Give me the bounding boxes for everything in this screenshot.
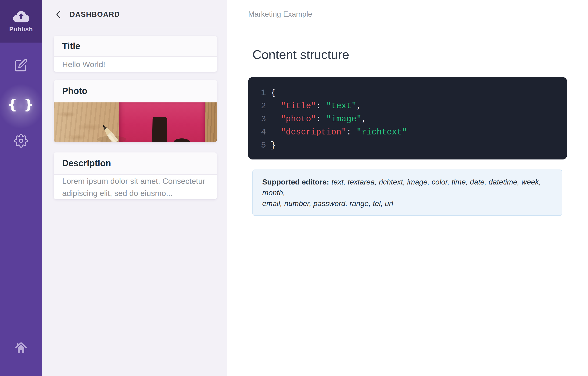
code-block[interactable]: 1{2 "title": "text",3 "photo": "image",4… <box>248 77 567 160</box>
breadcrumb[interactable]: Marketing Example <box>248 10 312 19</box>
sidebar-item-content-model[interactable]: { } <box>0 97 42 112</box>
code-token-plain <box>271 100 281 113</box>
code-token-plain: } <box>271 139 276 152</box>
line-number: 3 <box>256 113 266 126</box>
code-line: 5} <box>256 139 567 152</box>
code-block-lines: 1{2 "title": "text",3 "photo": "image",4… <box>256 86 567 152</box>
gear-icon <box>14 134 28 149</box>
page-title: Content structure <box>252 47 349 62</box>
code-token-value: "text" <box>326 100 357 113</box>
field-card-title: Title Hello World! <box>54 36 217 72</box>
back-button[interactable] <box>54 10 63 19</box>
divider <box>54 27 217 27</box>
line-number: 5 <box>256 139 266 152</box>
edit-icon <box>14 58 28 73</box>
field-card-header: Description <box>54 152 217 175</box>
code-token-key: "photo" <box>281 113 316 126</box>
code-token-plain: , <box>357 100 362 113</box>
code-token-plain: : <box>316 113 326 126</box>
supported-editors-label: Supported editors: <box>262 178 329 186</box>
publish-label: Publish <box>9 26 33 33</box>
field-card-description: Description Lorem ipsum dolor sit amet. … <box>54 152 217 199</box>
field-label: Title <box>62 41 80 51</box>
sidebar-item-edit[interactable] <box>0 58 42 73</box>
content-panel: Marketing Example Content structure 1{2 … <box>227 0 588 376</box>
code-line: 3 "photo": "image", <box>256 113 567 126</box>
line-number: 4 <box>256 126 266 139</box>
sidebar-item-settings[interactable] <box>0 134 42 149</box>
code-token-plain: : <box>316 100 326 113</box>
field-card-header: Photo <box>54 80 217 102</box>
cloud-upload-icon <box>12 10 30 24</box>
code-token-plain <box>271 113 281 126</box>
description-field-value[interactable]: Lorem ipsum dolor sit amet. Consectetur … <box>54 175 217 199</box>
field-label: Description <box>62 158 111 168</box>
line-number: 1 <box>256 86 266 100</box>
title-field-value[interactable]: Hello World! <box>54 57 217 72</box>
code-token-plain <box>271 126 281 139</box>
code-token-plain: , <box>362 113 367 126</box>
code-line: 2 "title": "text", <box>256 100 567 113</box>
code-token-plain: { <box>271 86 276 100</box>
braces-icon: { } <box>8 97 35 112</box>
sidebar-item-home[interactable] <box>0 341 42 355</box>
code-token-value: "richtext" <box>357 126 407 139</box>
photo-field-image[interactable] <box>54 102 217 142</box>
code-token-value: "image" <box>326 113 362 126</box>
code-token-plain: : <box>346 126 357 139</box>
home-icon <box>14 341 28 355</box>
sidebar: Publish { } <box>0 0 42 376</box>
field-value-text: Hello World! <box>62 60 217 69</box>
preview-panel: DASHBOARD Title Hello World! Photo <box>42 0 227 376</box>
code-line: 4 "description": "richtext" <box>256 126 567 139</box>
supported-editors-list-line: email, number, password, range, tel, url <box>262 199 393 208</box>
code-line: 1{ <box>256 86 567 100</box>
field-card-header: Title <box>54 36 217 57</box>
line-number: 2 <box>256 100 266 113</box>
publish-button[interactable]: Publish <box>0 0 42 43</box>
photo-pencil <box>54 102 217 142</box>
field-label: Photo <box>62 86 87 96</box>
field-value-line: Lorem ipsum dolor sit amet. Consectetur <box>62 175 217 187</box>
code-token-key: "description" <box>281 126 346 139</box>
code-token-key: "title" <box>281 100 316 113</box>
supported-editors-note: Supported editors:text, textarea, richte… <box>252 170 562 216</box>
field-value-line: adipiscing elit, sed do eiusmo... <box>62 187 217 199</box>
panel-title: DASHBOARD <box>70 10 120 19</box>
field-card-photo: Photo <box>54 80 217 142</box>
divider <box>248 27 567 27</box>
